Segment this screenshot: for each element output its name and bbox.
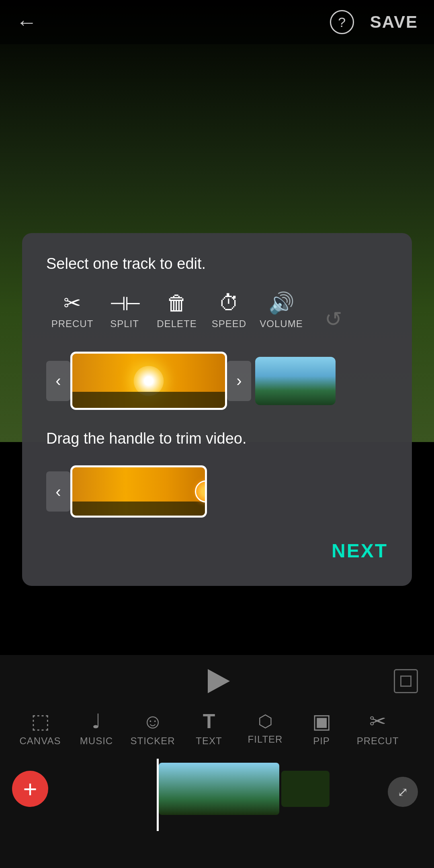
timeline-thumb-2[interactable] <box>281 771 330 807</box>
trim-handle[interactable] <box>195 481 207 503</box>
sticker-icon: ☺ <box>142 711 163 731</box>
speed-icon: ⏱ <box>219 293 240 313</box>
play-icon <box>208 669 230 693</box>
music-icon: ♩ <box>92 711 101 731</box>
clip-thumbnail-ground <box>72 392 225 408</box>
trim-strip-container: ‹ <box>46 465 388 518</box>
toolbar-precut-icon: ✂ <box>369 711 386 731</box>
timeline-area: + ⤢ <box>0 759 434 831</box>
split-label: SPLIT <box>110 318 139 330</box>
timeline-thumb-1[interactable] <box>159 763 279 815</box>
filter-label: FILTER <box>248 734 283 745</box>
toolbar-text[interactable]: T TEXT <box>181 711 237 747</box>
delete-label: DELETE <box>157 318 197 330</box>
volume-icon: 🔊 <box>268 293 295 313</box>
toolbar-filter[interactable]: ⬡ FILTER <box>237 713 293 745</box>
volume-label: VOLUME <box>260 318 303 330</box>
split-icon: ⊣⊢ <box>109 294 140 313</box>
expand-icon: ⤢ <box>397 784 408 800</box>
volume-tool[interactable]: 🔊 VOLUME <box>255 293 307 330</box>
trim-instruction: Drag the handle to trim video. <box>46 430 388 447</box>
text-label: TEXT <box>196 735 222 747</box>
top-right-actions: ? SAVE <box>330 10 418 34</box>
play-button[interactable] <box>203 667 231 695</box>
toolbar-music[interactable]: ♩ MUSIC <box>68 711 125 747</box>
clip-thumbnail-sun <box>134 366 164 396</box>
text-icon: T <box>203 711 215 731</box>
speed-tool[interactable]: ⏱ SPEED <box>203 293 255 330</box>
strip-inactive-clip[interactable] <box>255 357 336 405</box>
save-button[interactable]: SAVE <box>370 12 418 32</box>
trim-strip-ground <box>72 502 205 516</box>
bottom-area: ⬚ CANVAS ♩ MUSIC ☺ STICKER T TEXT ⬡ FILT… <box>0 655 434 868</box>
toolbar-sticker[interactable]: ☺ STICKER <box>125 711 181 747</box>
fullscreen-button[interactable] <box>394 669 418 693</box>
split-tool[interactable]: ⊣⊢ SPLIT <box>98 294 151 330</box>
timeline-strip-1: ‹ › <box>46 352 388 410</box>
trim-strip-active[interactable] <box>70 465 207 518</box>
edit-modal: Select one track to edit. ✂ PRECUT ⊣⊢ SP… <box>22 233 412 586</box>
speed-label: SPEED <box>212 318 246 330</box>
strip-nav-left[interactable]: ‹ <box>46 361 70 401</box>
rotate-tool[interactable]: ↺ <box>307 309 360 330</box>
canvas-icon: ⬚ <box>31 711 50 731</box>
toolbar-canvas[interactable]: ⬚ CANVAS <box>12 711 68 747</box>
trim-strip-nav-left[interactable]: ‹ <box>46 471 70 512</box>
bottom-toolbar: ⬚ CANVAS ♩ MUSIC ☺ STICKER T TEXT ⬡ FILT… <box>0 703 434 755</box>
rotate-icon: ↺ <box>325 309 342 330</box>
strip-active-clip[interactable] <box>70 352 227 410</box>
delete-icon: 🗑 <box>166 293 187 313</box>
fullscreen-icon <box>400 676 411 687</box>
top-bar: ← ? SAVE <box>0 0 434 44</box>
filter-icon: ⬡ <box>258 713 273 730</box>
canvas-label: CANVAS <box>20 735 61 747</box>
play-controls <box>0 655 434 703</box>
help-button[interactable]: ? <box>330 10 354 34</box>
timeline-cursor <box>157 759 159 831</box>
delete-tool[interactable]: 🗑 DELETE <box>151 293 203 330</box>
precut-label: PRECUT <box>51 318 94 330</box>
toolbar-pip[interactable]: ▣ PIP <box>293 711 350 747</box>
next-button-container: NEXT <box>46 540 388 562</box>
modal-title: Select one track to edit. <box>46 255 388 272</box>
music-label: MUSIC <box>80 735 113 747</box>
tool-bar: ✂ PRECUT ⊣⊢ SPLIT 🗑 DELETE ⏱ SPEED 🔊 VOL… <box>46 293 388 330</box>
toolbar-precut[interactable]: ✂ PRECUT <box>350 711 406 747</box>
help-icon: ? <box>338 14 346 30</box>
precut-icon: ✂ <box>63 293 81 313</box>
add-clip-button[interactable]: + <box>12 771 48 807</box>
strip-nav-right[interactable]: › <box>227 361 251 401</box>
pip-icon: ▣ <box>312 711 331 731</box>
toolbar-precut-label: PRECUT <box>357 735 399 747</box>
precut-tool[interactable]: ✂ PRECUT <box>46 293 98 330</box>
back-button[interactable]: ← <box>16 10 37 34</box>
sticker-label: STICKER <box>130 735 175 747</box>
expand-button[interactable]: ⤢ <box>388 777 418 807</box>
next-button[interactable]: NEXT <box>332 540 388 562</box>
pip-label: PIP <box>313 735 330 747</box>
